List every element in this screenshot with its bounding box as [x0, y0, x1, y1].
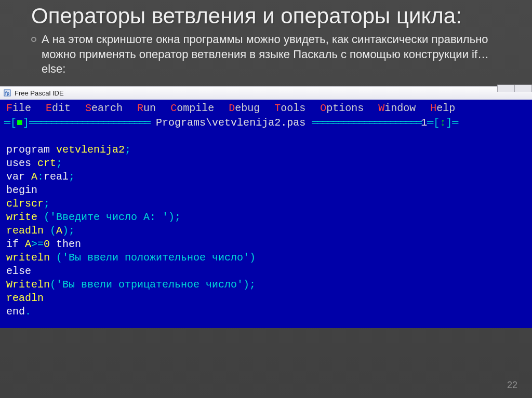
code-line: Writeln('Вы ввели отрицательное число');: [6, 279, 256, 291]
close-box-icon[interactable]: ■: [17, 117, 23, 129]
editor-frame-header: ═[■]═══════════════════════ Programs\vet…: [0, 116, 532, 130]
code-line: end.: [6, 306, 31, 318]
code-line: else: [6, 265, 31, 277]
code-line: clrscr;: [6, 198, 50, 210]
code-line: if A>=0 then: [6, 238, 81, 250]
menu-compile[interactable]: Compile: [170, 102, 214, 114]
menu-run[interactable]: Run: [137, 102, 156, 114]
slide-title: Операторы ветвления и операторы цикла:: [0, 0, 532, 28]
app-icon: fp: [3, 89, 11, 97]
menu-debug[interactable]: Debug: [229, 102, 260, 114]
code-line: var A:real;: [6, 171, 75, 183]
bullet-icon: [31, 37, 36, 42]
code-line: write ('Введите число A: ');: [6, 211, 181, 223]
svg-text:fp: fp: [5, 91, 10, 96]
code-line: program vetvlenija2;: [6, 144, 131, 156]
slide: Операторы ветвления и операторы цикла: А…: [0, 0, 532, 398]
code-line: readln (A);: [6, 225, 75, 237]
code-line: readln: [6, 292, 44, 304]
menu-help[interactable]: Help: [430, 102, 455, 114]
maximize-button[interactable]: [514, 85, 532, 92]
bullet-item: А на этом скриншоте окна программы можно…: [0, 28, 532, 77]
bullet-text: А на этом скриншоте окна программы можно…: [42, 32, 501, 77]
menu-file[interactable]: File: [6, 102, 31, 114]
minimize-button[interactable]: [497, 85, 515, 92]
menu-options[interactable]: Options: [320, 102, 364, 114]
code-line: uses crt;: [6, 157, 62, 169]
resize-arrow-icon[interactable]: ↕: [440, 117, 446, 129]
code-line: begin: [6, 184, 37, 196]
page-number: 22: [507, 380, 517, 391]
window-title: Free Pascal IDE: [15, 89, 529, 97]
menu-bar: FileEditSearchRunCompileDebugToolsOption…: [0, 100, 532, 116]
code-line: writeln ('Вы ввели положительное число'): [6, 252, 256, 264]
window-titlebar[interactable]: fp Free Pascal IDE: [0, 86, 532, 100]
file-name: Programs\vetvlenija2.pas: [150, 117, 312, 129]
ide-area: FileEditSearchRunCompileDebugToolsOption…: [0, 100, 532, 328]
code-editor[interactable]: program vetvlenija2; uses crt; var A:rea…: [0, 130, 532, 322]
ide-screenshot: fp Free Pascal IDE FileEditSearchRunComp…: [0, 86, 532, 328]
menu-tools[interactable]: Tools: [274, 102, 305, 114]
menu-window[interactable]: Window: [378, 102, 416, 114]
window-sys-buttons: [498, 85, 532, 92]
menu-edit[interactable]: Edit: [46, 102, 71, 114]
window-number: 1: [421, 117, 427, 129]
menu-search[interactable]: Search: [85, 102, 123, 114]
